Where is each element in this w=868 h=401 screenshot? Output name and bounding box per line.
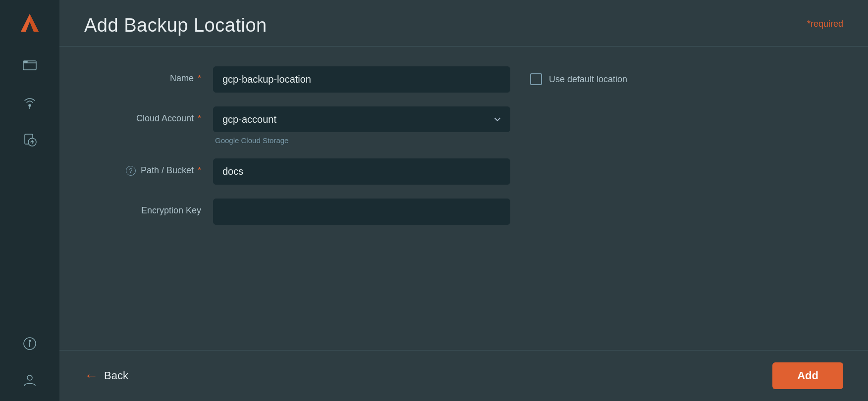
back-label: Back bbox=[104, 369, 128, 382]
sidebar-item-wireless[interactable] bbox=[19, 92, 41, 114]
cloud-account-label: Cloud Account* bbox=[84, 106, 213, 124]
form-area: Name* Use default location Cloud Account… bbox=[59, 47, 868, 350]
add-button[interactable]: Add bbox=[772, 362, 843, 389]
cloud-account-select-wrapper: gcp-account aws-account azure-account bbox=[213, 106, 510, 132]
use-default-checkbox[interactable] bbox=[530, 73, 542, 85]
sidebar-item-backup[interactable] bbox=[19, 129, 41, 150]
main-content: Add Backup Location *required Name* Use … bbox=[59, 0, 868, 401]
page-header: Add Backup Location *required bbox=[59, 0, 868, 47]
path-bucket-help-icon[interactable]: ? bbox=[126, 166, 136, 176]
encryption-key-row: Encryption Key bbox=[84, 199, 843, 225]
svg-marker-1 bbox=[30, 14, 39, 32]
logo bbox=[17, 10, 43, 36]
name-input[interactable] bbox=[213, 66, 510, 93]
sidebar-item-dashboard[interactable] bbox=[19, 55, 41, 77]
page-footer: ← Back Add bbox=[59, 350, 868, 401]
required-note: *required bbox=[807, 19, 843, 29]
svg-point-4 bbox=[24, 61, 25, 62]
path-bucket-row: ? Path / Bucket* bbox=[84, 158, 843, 185]
sidebar bbox=[0, 0, 59, 401]
use-default-area: Use default location bbox=[530, 66, 627, 85]
cloud-account-row: Cloud Account* gcp-account aws-account a… bbox=[84, 106, 843, 145]
svg-point-13 bbox=[29, 340, 31, 342]
cloud-account-select[interactable]: gcp-account aws-account azure-account bbox=[213, 106, 510, 132]
cloud-account-input-area: gcp-account aws-account azure-account Go… bbox=[213, 106, 510, 145]
path-bucket-input[interactable] bbox=[213, 158, 510, 185]
page-title: Add Backup Location bbox=[84, 15, 267, 36]
name-label: Name* bbox=[84, 66, 213, 84]
path-bucket-label: ? Path / Bucket* bbox=[84, 158, 213, 176]
name-row: Name* Use default location bbox=[84, 66, 843, 93]
sidebar-item-user[interactable] bbox=[19, 369, 41, 391]
svg-point-5 bbox=[26, 61, 27, 62]
encryption-key-input-area bbox=[213, 199, 510, 225]
cloud-type-label: Google Cloud Storage bbox=[213, 136, 510, 145]
back-arrow-icon: ← bbox=[84, 368, 98, 384]
back-button[interactable]: ← Back bbox=[84, 368, 128, 384]
sidebar-item-info[interactable] bbox=[19, 333, 41, 354]
svg-point-6 bbox=[29, 104, 31, 106]
encryption-key-label: Encryption Key bbox=[84, 199, 213, 216]
name-input-area bbox=[213, 66, 510, 93]
use-default-label: Use default location bbox=[549, 74, 627, 85]
svg-point-14 bbox=[27, 375, 32, 380]
path-bucket-input-area bbox=[213, 158, 510, 185]
encryption-key-input[interactable] bbox=[213, 199, 510, 225]
